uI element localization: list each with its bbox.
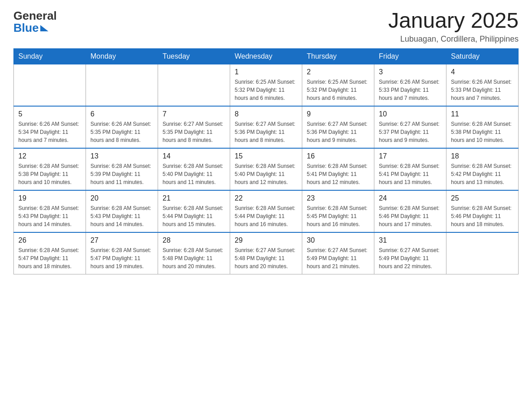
header-wednesday: Wednesday — [230, 48, 302, 64]
day-number: 21 — [163, 194, 225, 202]
page-header: General Blue January 2025 Lubuagan, Cord… — [13, 9, 519, 44]
day-info: Sunrise: 6:26 AM Sunset: 5:34 PM Dayligh… — [18, 120, 81, 144]
calendar-cell: 6Sunrise: 6:26 AM Sunset: 5:35 PM Daylig… — [86, 106, 158, 148]
day-number: 28 — [163, 236, 225, 244]
day-number: 10 — [379, 110, 442, 118]
day-info: Sunrise: 6:28 AM Sunset: 5:48 PM Dayligh… — [163, 246, 225, 270]
calendar-cell: 22Sunrise: 6:28 AM Sunset: 5:44 PM Dayli… — [230, 190, 302, 232]
calendar-cell: 21Sunrise: 6:28 AM Sunset: 5:44 PM Dayli… — [158, 190, 230, 232]
day-number: 4 — [451, 68, 514, 76]
day-info: Sunrise: 6:25 AM Sunset: 5:32 PM Dayligh… — [307, 78, 369, 102]
month-title: January 2025 — [388, 9, 519, 33]
calendar-cell: 1Sunrise: 6:25 AM Sunset: 5:32 PM Daylig… — [230, 64, 302, 106]
calendar-cell: 8Sunrise: 6:27 AM Sunset: 5:36 PM Daylig… — [230, 106, 302, 148]
calendar-cell: 30Sunrise: 6:27 AM Sunset: 5:49 PM Dayli… — [302, 232, 374, 274]
day-info: Sunrise: 6:25 AM Sunset: 5:32 PM Dayligh… — [235, 78, 297, 102]
calendar-week-row: 19Sunrise: 6:28 AM Sunset: 5:43 PM Dayli… — [14, 190, 519, 232]
day-info: Sunrise: 6:28 AM Sunset: 5:41 PM Dayligh… — [307, 162, 369, 186]
calendar-cell — [14, 64, 86, 106]
day-number: 19 — [18, 194, 81, 202]
day-info: Sunrise: 6:26 AM Sunset: 5:33 PM Dayligh… — [379, 78, 442, 102]
calendar-cell: 12Sunrise: 6:28 AM Sunset: 5:38 PM Dayli… — [14, 148, 86, 190]
day-info: Sunrise: 6:26 AM Sunset: 5:33 PM Dayligh… — [451, 78, 514, 102]
calendar-table: Sunday Monday Tuesday Wednesday Thursday… — [13, 48, 519, 274]
calendar-cell: 10Sunrise: 6:27 AM Sunset: 5:37 PM Dayli… — [374, 106, 446, 148]
day-info: Sunrise: 6:26 AM Sunset: 5:35 PM Dayligh… — [90, 120, 153, 144]
day-number: 23 — [307, 194, 369, 202]
day-info: Sunrise: 6:28 AM Sunset: 5:41 PM Dayligh… — [379, 162, 442, 186]
calendar-cell: 15Sunrise: 6:28 AM Sunset: 5:40 PM Dayli… — [230, 148, 302, 190]
day-info: Sunrise: 6:27 AM Sunset: 5:36 PM Dayligh… — [235, 120, 297, 144]
calendar-cell: 24Sunrise: 6:28 AM Sunset: 5:46 PM Dayli… — [374, 190, 446, 232]
calendar-cell — [86, 64, 158, 106]
day-number: 27 — [90, 236, 153, 244]
day-number: 29 — [235, 236, 297, 244]
day-info: Sunrise: 6:28 AM Sunset: 5:40 PM Dayligh… — [163, 162, 225, 186]
calendar-cell: 4Sunrise: 6:26 AM Sunset: 5:33 PM Daylig… — [446, 64, 519, 106]
calendar-cell: 3Sunrise: 6:26 AM Sunset: 5:33 PM Daylig… — [374, 64, 446, 106]
location-text: Lubuagan, Cordillera, Philippines — [388, 34, 519, 44]
day-info: Sunrise: 6:28 AM Sunset: 5:46 PM Dayligh… — [451, 204, 514, 228]
calendar-cell: 13Sunrise: 6:28 AM Sunset: 5:39 PM Dayli… — [86, 148, 158, 190]
day-info: Sunrise: 6:28 AM Sunset: 5:45 PM Dayligh… — [307, 204, 369, 228]
day-info: Sunrise: 6:28 AM Sunset: 5:44 PM Dayligh… — [163, 204, 225, 228]
header-thursday: Thursday — [302, 48, 374, 64]
header-friday: Friday — [374, 48, 446, 64]
day-number: 24 — [379, 194, 442, 202]
calendar-cell: 29Sunrise: 6:27 AM Sunset: 5:48 PM Dayli… — [230, 232, 302, 274]
day-number: 14 — [163, 152, 225, 160]
day-number: 25 — [451, 194, 514, 202]
logo-triangle-icon — [40, 25, 48, 31]
day-number: 8 — [235, 110, 297, 118]
day-info: Sunrise: 6:28 AM Sunset: 5:43 PM Dayligh… — [90, 204, 153, 228]
calendar-cell: 2Sunrise: 6:25 AM Sunset: 5:32 PM Daylig… — [302, 64, 374, 106]
calendar-cell: 16Sunrise: 6:28 AM Sunset: 5:41 PM Dayli… — [302, 148, 374, 190]
calendar-header: Sunday Monday Tuesday Wednesday Thursday… — [14, 48, 519, 64]
day-info: Sunrise: 6:27 AM Sunset: 5:49 PM Dayligh… — [307, 246, 369, 270]
day-number: 30 — [307, 236, 369, 244]
calendar-body: 1Sunrise: 6:25 AM Sunset: 5:32 PM Daylig… — [14, 64, 519, 274]
calendar-cell — [446, 232, 519, 274]
calendar-cell: 18Sunrise: 6:28 AM Sunset: 5:42 PM Dayli… — [446, 148, 519, 190]
header-tuesday: Tuesday — [158, 48, 230, 64]
calendar-week-row: 1Sunrise: 6:25 AM Sunset: 5:32 PM Daylig… — [14, 64, 519, 106]
title-block: January 2025 Lubuagan, Cordillera, Phili… — [388, 9, 519, 44]
calendar-cell: 5Sunrise: 6:26 AM Sunset: 5:34 PM Daylig… — [14, 106, 86, 148]
calendar-cell — [158, 64, 230, 106]
day-number: 22 — [235, 194, 297, 202]
calendar-cell: 14Sunrise: 6:28 AM Sunset: 5:40 PM Dayli… — [158, 148, 230, 190]
day-info: Sunrise: 6:27 AM Sunset: 5:36 PM Dayligh… — [307, 120, 369, 144]
day-info: Sunrise: 6:28 AM Sunset: 5:46 PM Dayligh… — [379, 204, 442, 228]
day-info: Sunrise: 6:28 AM Sunset: 5:38 PM Dayligh… — [451, 120, 514, 144]
logo: General Blue — [13, 9, 57, 35]
day-info: Sunrise: 6:28 AM Sunset: 5:43 PM Dayligh… — [18, 204, 81, 228]
day-number: 3 — [379, 68, 442, 76]
day-info: Sunrise: 6:27 AM Sunset: 5:48 PM Dayligh… — [235, 246, 297, 270]
day-number: 13 — [90, 152, 153, 160]
day-number: 6 — [90, 110, 153, 118]
day-number: 9 — [307, 110, 369, 118]
day-number: 11 — [451, 110, 514, 118]
calendar-cell: 31Sunrise: 6:27 AM Sunset: 5:49 PM Dayli… — [374, 232, 446, 274]
day-number: 15 — [235, 152, 297, 160]
calendar-week-row: 26Sunrise: 6:28 AM Sunset: 5:47 PM Dayli… — [14, 232, 519, 274]
calendar-cell: 26Sunrise: 6:28 AM Sunset: 5:47 PM Dayli… — [14, 232, 86, 274]
calendar-week-row: 12Sunrise: 6:28 AM Sunset: 5:38 PM Dayli… — [14, 148, 519, 190]
day-number: 2 — [307, 68, 369, 76]
logo-blue-text: Blue — [13, 21, 39, 35]
header-monday: Monday — [86, 48, 158, 64]
day-info: Sunrise: 6:28 AM Sunset: 5:38 PM Dayligh… — [18, 162, 81, 186]
calendar-cell: 20Sunrise: 6:28 AM Sunset: 5:43 PM Dayli… — [86, 190, 158, 232]
header-saturday: Saturday — [446, 48, 519, 64]
header-sunday: Sunday — [14, 48, 86, 64]
day-number: 31 — [379, 236, 442, 244]
day-number: 1 — [235, 68, 297, 76]
day-number: 18 — [451, 152, 514, 160]
day-number: 7 — [163, 110, 225, 118]
day-info: Sunrise: 6:27 AM Sunset: 5:37 PM Dayligh… — [379, 120, 442, 144]
day-info: Sunrise: 6:28 AM Sunset: 5:47 PM Dayligh… — [18, 246, 81, 270]
calendar-cell: 19Sunrise: 6:28 AM Sunset: 5:43 PM Dayli… — [14, 190, 86, 232]
calendar-cell: 17Sunrise: 6:28 AM Sunset: 5:41 PM Dayli… — [374, 148, 446, 190]
day-info: Sunrise: 6:28 AM Sunset: 5:42 PM Dayligh… — [451, 162, 514, 186]
day-info: Sunrise: 6:28 AM Sunset: 5:40 PM Dayligh… — [235, 162, 297, 186]
